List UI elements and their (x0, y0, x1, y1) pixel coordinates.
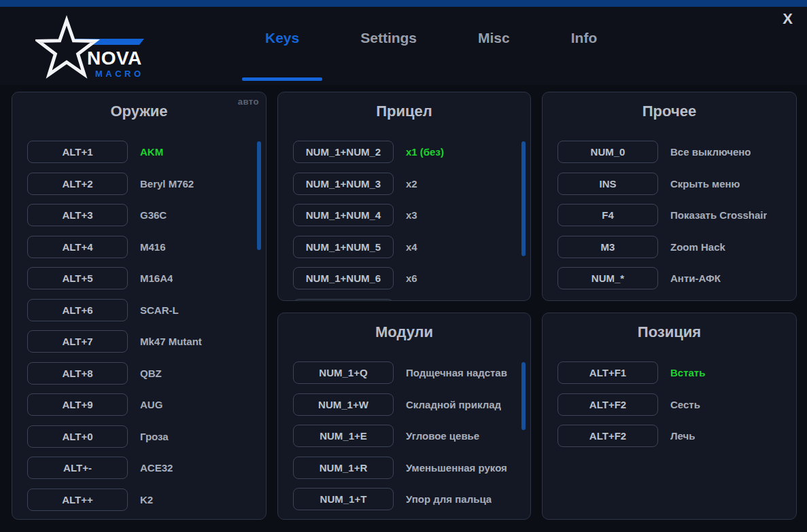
key-button[interactable]: NUM_1+NUM_5 (293, 236, 394, 258)
misc-list: NUM_0 Все выключено INS Скрыть меню F4 П… (543, 141, 796, 289)
bind-label: Beryl M762 (140, 178, 194, 190)
keybind-row: ALT++ K2 (27, 489, 266, 511)
panel-title-modules: Модули (278, 322, 530, 342)
bind-label: Mk47 Mutant (140, 336, 202, 347)
key-button[interactable]: ALT+F1 (557, 361, 658, 384)
brand-name-bottom: MACRO (95, 69, 144, 79)
key-button[interactable]: NUM_1+NUM_4 (293, 204, 394, 226)
key-button[interactable]: ALT+- (27, 457, 128, 479)
keybind-row: ALT+- ACE32 (27, 457, 266, 479)
bind-label: Гроза (140, 431, 169, 442)
key-button[interactable]: NUM_1+Q (293, 361, 394, 384)
nova-macro-logo: NOVA MACRO (35, 11, 165, 83)
weapons-scrollbar-thumb[interactable] (257, 141, 261, 250)
key-button[interactable]: NUM_1+T (293, 488, 394, 510)
panel-misc: Прочее NUM_0 Все выключено INS Скрыть ме… (542, 92, 797, 301)
bind-label: x3 (406, 209, 417, 221)
bind-label: Лечь (670, 430, 695, 442)
key-button[interactable]: ALT+F2 (557, 393, 658, 416)
key-button[interactable]: NUM_* (557, 267, 658, 289)
key-button[interactable]: ALT+7 (27, 330, 128, 353)
keybind-row: NUM_* Анти-АФК (557, 267, 796, 289)
key-button[interactable]: ALT+8 (27, 362, 128, 385)
key-button[interactable]: NUM_0 (557, 141, 658, 163)
keybind-row: ALT+F1 Встать (557, 361, 796, 384)
app-window: NOVA MACRO Keys Settings Misc Info X авт… (0, 0, 807, 532)
tab[interactable]: Misc (478, 30, 510, 46)
key-button[interactable]: ALT++ (27, 489, 128, 511)
keybind-row: INS Скрыть меню (557, 173, 796, 195)
key-button[interactable]: NUM_1+NUM_2 (293, 141, 394, 163)
bind-label: M416 (140, 241, 166, 253)
bind-label: Упор для пальца (406, 493, 492, 505)
tab[interactable]: Settings (360, 30, 417, 46)
key-button[interactable]: INS (557, 173, 658, 195)
panel-title-position: Позиция (543, 322, 796, 342)
bind-label: Скрыть меню (670, 178, 740, 190)
keybind-row: NUM_1+Q Подщечная надстав (293, 361, 530, 384)
panel-scope: Прицел NUM_1+NUM_2 x1 (без) NUM_1+NUM_3 … (277, 92, 531, 301)
tab[interactable]: Keys (265, 30, 299, 46)
key-button[interactable]: NUM_1+R (293, 457, 394, 479)
tab-bar: Keys Settings Misc Info (265, 30, 597, 46)
panel-position: Позиция ALT+F1 Встать ALT+F2 Сесть ALT+F… (542, 313, 797, 520)
key-button[interactable]: ALT+2 (27, 173, 128, 195)
keybind-row: NUM_1+E Угловое цевье (293, 425, 530, 447)
keybind-row: ALT+F2 Сесть (557, 393, 796, 416)
bind-label: Анти-АФК (670, 272, 721, 284)
title-bar-strip (0, 0, 807, 7)
key-button[interactable]: ALT+9 (27, 393, 128, 416)
keybind-row: NUM_0 Все выключено (557, 141, 796, 163)
keybind-row: NUM_1+R Уменьшенная рукоя (293, 457, 530, 479)
weapons-list: ALT+1 AKM ALT+2 Beryl M762 ALT+3 G36C (12, 141, 266, 520)
key-button[interactable]: ALT+5 (27, 267, 128, 289)
bind-label: Уменьшенная рукоя (406, 462, 507, 474)
keybind-row: F4 Показать Crosshair (557, 204, 796, 226)
key-button[interactable]: M3 (557, 236, 658, 258)
bind-label: G36C (140, 209, 167, 221)
star-logo-icon: NOVA MACRO (35, 11, 165, 80)
keybind-row: NUM_1+W Складной приклад (293, 393, 530, 416)
tab[interactable]: Info (571, 30, 597, 46)
bind-label: x4 (406, 241, 417, 253)
keybind-row: NUM_1+NUM_6 x6 (293, 267, 530, 289)
bind-label: AKM (140, 146, 163, 158)
panel-title-misc: Прочее (543, 101, 796, 122)
bind-label: Показать Crosshair (670, 209, 767, 221)
key-button[interactable]: NUM_1+E (293, 425, 394, 447)
clipped-row (293, 520, 530, 520)
key-button[interactable]: ALT+3 (27, 204, 128, 226)
close-button[interactable]: X (778, 11, 797, 27)
bind-label: Складной приклад (406, 399, 501, 410)
keybind-row: ALT+1 AKM (27, 141, 266, 163)
key-button[interactable]: F4 (557, 204, 658, 226)
bind-label: K2 (140, 494, 153, 506)
key-button[interactable]: NUM_1+W (293, 393, 394, 416)
keybind-row: NUM_1+NUM_2 x1 (без) (293, 141, 530, 163)
key-button[interactable]: ALT+6 (27, 299, 128, 321)
keybind-row: ALT+6 SCAR-L (27, 299, 266, 321)
modules-scrollbar-thumb[interactable] (521, 362, 526, 430)
bind-label: Все выключено (670, 146, 751, 158)
keybind-row: ALT+5 M16A4 (27, 267, 266, 289)
key-button[interactable]: ALT+1 (27, 141, 128, 163)
modules-list: NUM_1+Q Подщечная надстав NUM_1+W Складн… (278, 361, 530, 520)
scope-scrollbar-thumb[interactable] (521, 141, 526, 256)
key-button[interactable]: ALT+F2 (557, 425, 658, 447)
keybind-row: ALT+7 Mk47 Mutant (27, 330, 266, 353)
keybind-row: ALT+8 QBZ (27, 362, 266, 385)
panel-title-scope: Прицел (278, 101, 530, 122)
panel-modules: Модули NUM_1+Q Подщечная надстав NUM_1+W… (277, 313, 531, 520)
bind-label: ACE32 (140, 462, 173, 474)
clipped-row-button (293, 520, 394, 520)
keybind-row: M3 Zoom Hack (557, 236, 796, 258)
key-button[interactable]: ALT+4 (27, 236, 128, 258)
key-button[interactable]: NUM_1+NUM_6 (293, 267, 394, 289)
keybind-row: ALT+0 Гроза (27, 425, 266, 448)
panel-weapons: авто Оружие ALT+1 AKM ALT+2 Beryl M762 A… (12, 92, 267, 520)
key-button[interactable]: NUM_1+NUM_3 (293, 173, 394, 195)
keybind-row: ALT+9 AUG (27, 393, 266, 416)
key-button[interactable]: ALT+0 (27, 425, 128, 448)
keys-page: авто Оружие ALT+1 AKM ALT+2 Beryl M762 A… (0, 85, 807, 532)
bind-label: QBZ (140, 368, 162, 379)
